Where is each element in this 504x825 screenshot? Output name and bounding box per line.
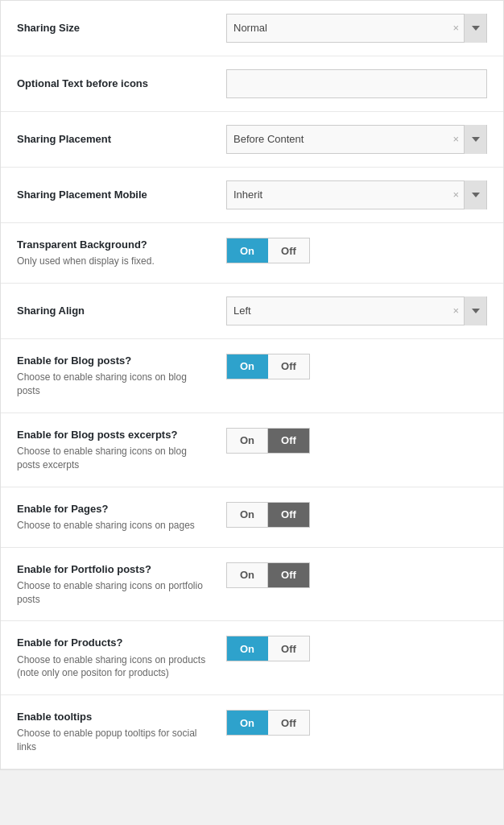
enable-products-control: On Off [226, 636, 487, 661]
sharing-placement-mobile-select[interactable]: Inherit × [226, 180, 487, 209]
enable-products-row: Enable for Products? Choose to enable sh… [1, 621, 503, 695]
optional-text-row: Optional Text before icons [1, 56, 503, 112]
optional-text-label-col: Optional Text before icons [17, 77, 226, 91]
enable-blog-posts-toggle[interactable]: On Off [226, 354, 310, 379]
sharing-placement-value: Before Content [227, 125, 448, 154]
chevron-down-icon [472, 193, 480, 197]
sharing-size-label: Sharing Size [17, 21, 210, 35]
enable-tooltips-sublabel: Choose to enable popup tooltips for soci… [17, 727, 210, 754]
sharing-align-row: Sharing Align Left × [1, 284, 503, 339]
optional-text-input[interactable] [226, 69, 487, 98]
chevron-down-icon [472, 309, 480, 313]
enable-blog-posts-row: Enable for Blog posts? Choose to enable … [1, 339, 503, 413]
enable-products-label: Enable for Products? [17, 636, 210, 650]
sharing-placement-clear[interactable]: × [448, 125, 464, 154]
enable-tooltips-control: On Off [226, 710, 487, 736]
sharing-size-label-col: Sharing Size [17, 21, 226, 35]
enable-tooltips-row: Enable tooltips Choose to enable popup t… [1, 695, 503, 769]
sharing-align-value: Left [227, 296, 448, 325]
enable-blog-posts-off-btn[interactable]: Off [268, 354, 309, 379]
enable-pages-on-btn[interactable]: On [227, 503, 268, 527]
sharing-size-clear[interactable]: × [448, 14, 464, 43]
sharing-align-select[interactable]: Left × [226, 296, 487, 325]
sharing-align-label-col: Sharing Align [17, 304, 226, 318]
sharing-placement-arrow[interactable] [464, 125, 486, 154]
sharing-placement-row: Sharing Placement Before Content × [1, 112, 503, 168]
transparent-background-label: Transparent Background? [17, 238, 210, 252]
enable-blog-posts-label-col: Enable for Blog posts? Choose to enable … [17, 354, 226, 398]
enable-products-off-btn[interactable]: Off [268, 636, 309, 661]
enable-blog-excerpts-off-btn[interactable]: Off [268, 429, 309, 453]
enable-products-on-btn[interactable]: On [227, 636, 268, 661]
enable-blog-posts-sublabel: Choose to enable sharing icons on blog p… [17, 371, 210, 398]
enable-blog-posts-label: Enable for Blog posts? [17, 354, 210, 368]
sharing-placement-mobile-control: Inherit × [226, 180, 487, 209]
enable-blog-excerpts-label: Enable for Blog posts excerpts? [17, 428, 210, 442]
sharing-placement-control: Before Content × [226, 125, 487, 154]
enable-blog-excerpts-label-col: Enable for Blog posts excerpts? Choose t… [17, 428, 226, 472]
enable-portfolio-sublabel: Choose to enable sharing icons on portfo… [17, 579, 210, 607]
enable-portfolio-label-col: Enable for Portfolio posts? Choose to en… [17, 562, 226, 607]
enable-products-toggle[interactable]: On Off [226, 636, 310, 661]
enable-pages-control: On Off [226, 502, 487, 528]
chevron-down-icon [472, 137, 480, 142]
enable-blog-excerpts-control: On Off [226, 428, 487, 454]
transparent-background-off-btn[interactable]: Off [268, 238, 309, 263]
sharing-placement-mobile-label-col: Sharing Placement Mobile [17, 188, 226, 202]
enable-blog-excerpts-toggle[interactable]: On Off [226, 428, 310, 454]
sharing-align-label: Sharing Align [17, 304, 210, 318]
enable-portfolio-off-btn[interactable]: Off [268, 563, 309, 587]
optional-text-control [226, 69, 487, 98]
sharing-align-clear[interactable]: × [448, 296, 464, 325]
enable-portfolio-on-btn[interactable]: On [227, 563, 268, 587]
enable-pages-label: Enable for Pages? [17, 502, 210, 516]
optional-text-label: Optional Text before icons [17, 77, 210, 91]
sharing-placement-mobile-clear[interactable]: × [448, 180, 464, 209]
enable-pages-label-col: Enable for Pages? Choose to enable shari… [17, 502, 226, 533]
sharing-placement-mobile-row: Sharing Placement Mobile Inherit × [1, 168, 503, 223]
enable-blog-posts-control: On Off [226, 354, 487, 379]
enable-pages-sublabel: Choose to enable sharing icons on pages [17, 519, 210, 533]
sharing-placement-mobile-label: Sharing Placement Mobile [17, 188, 210, 202]
transparent-background-control: On Off [226, 238, 487, 263]
enable-blog-posts-on-btn[interactable]: On [227, 354, 268, 379]
enable-tooltips-label: Enable tooltips [17, 710, 210, 724]
enable-blog-excerpts-sublabel: Choose to enable sharing icons on blog p… [17, 445, 210, 472]
sharing-placement-mobile-arrow[interactable] [464, 180, 486, 209]
enable-products-label-col: Enable for Products? Choose to enable sh… [17, 636, 226, 680]
enable-portfolio-label: Enable for Portfolio posts? [17, 562, 210, 577]
sharing-size-control: Normal × [226, 14, 487, 43]
enable-tooltips-on-btn[interactable]: On [227, 711, 268, 735]
chevron-down-icon [472, 26, 480, 31]
enable-tooltips-off-btn[interactable]: Off [268, 711, 309, 735]
sharing-size-arrow[interactable] [464, 14, 486, 43]
sharing-size-value: Normal [227, 14, 448, 43]
transparent-background-toggle[interactable]: On Off [226, 238, 310, 263]
sharing-align-arrow[interactable] [464, 296, 486, 325]
sharing-size-select[interactable]: Normal × [226, 14, 487, 43]
transparent-background-row: Transparent Background? Only used when d… [1, 223, 503, 284]
enable-portfolio-toggle[interactable]: On Off [226, 562, 310, 588]
enable-blog-excerpts-row: Enable for Blog posts excerpts? Choose t… [1, 413, 503, 487]
enable-pages-row: Enable for Pages? Choose to enable shari… [1, 487, 503, 548]
sharing-placement-label: Sharing Placement [17, 132, 210, 147]
sharing-placement-select[interactable]: Before Content × [226, 125, 487, 154]
sharing-size-row: Sharing Size Normal × [1, 1, 503, 56]
sharing-placement-label-col: Sharing Placement [17, 132, 226, 147]
settings-panel: Sharing Size Normal × Optional Text befo… [0, 0, 504, 770]
enable-pages-off-btn[interactable]: Off [268, 503, 309, 527]
transparent-background-label-col: Transparent Background? Only used when d… [17, 238, 226, 268]
enable-tooltips-label-col: Enable tooltips Choose to enable popup t… [17, 710, 226, 754]
enable-portfolio-row: Enable for Portfolio posts? Choose to en… [1, 548, 503, 622]
enable-tooltips-toggle[interactable]: On Off [226, 710, 310, 736]
transparent-background-sublabel: Only used when display is fixed. [17, 255, 210, 268]
transparent-background-on-btn[interactable]: On [227, 238, 268, 263]
sharing-placement-mobile-value: Inherit [227, 180, 448, 209]
sharing-align-control: Left × [226, 296, 487, 325]
enable-pages-toggle[interactable]: On Off [226, 502, 310, 528]
enable-products-sublabel: Choose to enable sharing icons on produc… [17, 653, 210, 681]
enable-portfolio-control: On Off [226, 562, 487, 588]
enable-blog-excerpts-on-btn[interactable]: On [227, 429, 268, 453]
